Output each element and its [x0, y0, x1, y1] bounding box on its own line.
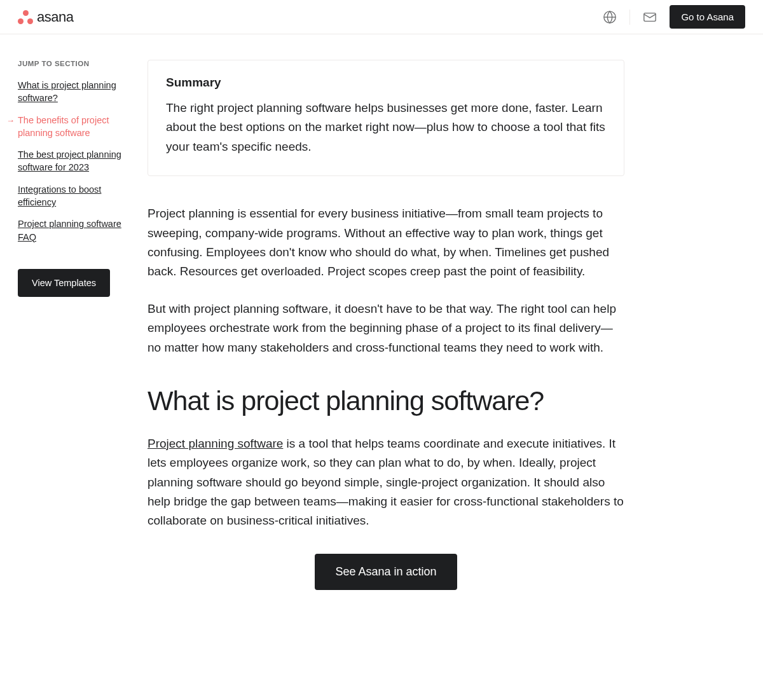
cta-container: See Asana in action: [148, 554, 624, 590]
summary-title: Summary: [166, 76, 606, 90]
nav-item-benefits[interactable]: → The benefits of project planning softw…: [18, 114, 132, 140]
arrow-right-icon: →: [6, 115, 15, 127]
site-header: asana Go to Asana: [0, 0, 763, 34]
main-container: JUMP TO SECTION What is project planning…: [0, 34, 763, 615]
jump-to-sidebar: JUMP TO SECTION What is project planning…: [18, 60, 132, 590]
heading-what-is: What is project planning software?: [148, 385, 624, 416]
nav-item-label: The best project planning software for 2…: [18, 149, 121, 172]
view-templates-button[interactable]: View Templates: [18, 269, 110, 297]
jump-nav-list: What is project planning software? → The…: [18, 79, 132, 244]
nav-item-label: What is project planning software?: [18, 80, 116, 103]
nav-item-best-2023[interactable]: The best project planning software for 2…: [18, 148, 132, 174]
intro-para-1: Project planning is essential for every …: [148, 204, 624, 282]
asana-wordmark: asana: [37, 9, 73, 25]
jump-to-title: JUMP TO SECTION: [18, 60, 132, 67]
nav-item-faq[interactable]: Project planning software FAQ: [18, 217, 132, 244]
mail-icon[interactable]: [643, 10, 657, 24]
go-to-asana-button[interactable]: Go to Asana: [670, 5, 745, 29]
svg-rect-2: [644, 13, 656, 21]
nav-item-label: Integrations to boost efficiency: [18, 184, 101, 207]
asana-logo-icon: [18, 10, 33, 24]
definition-para: Project planning software is a tool that…: [148, 434, 624, 531]
summary-text: The right project planning software help…: [166, 99, 606, 156]
definition-rest: is a tool that helps teams coordinate an…: [148, 437, 624, 528]
see-asana-in-action-button[interactable]: See Asana in action: [315, 554, 457, 590]
project-planning-software-link[interactable]: Project planning software: [148, 437, 283, 450]
header-actions: Go to Asana: [603, 5, 745, 29]
summary-box: Summary The right project planning softw…: [148, 60, 624, 176]
nav-item-label: Project planning software FAQ: [18, 219, 121, 242]
article-content: Summary The right project planning softw…: [148, 60, 624, 590]
header-divider: [629, 10, 630, 25]
nav-item-what-is[interactable]: What is project planning software?: [18, 79, 132, 105]
nav-item-label: The benefits of project planning softwar…: [18, 115, 109, 138]
globe-icon[interactable]: [603, 10, 617, 24]
intro-para-2: But with project planning software, it d…: [148, 299, 624, 357]
nav-item-integrations[interactable]: Integrations to boost efficiency: [18, 183, 132, 209]
asana-logo[interactable]: asana: [18, 9, 73, 25]
